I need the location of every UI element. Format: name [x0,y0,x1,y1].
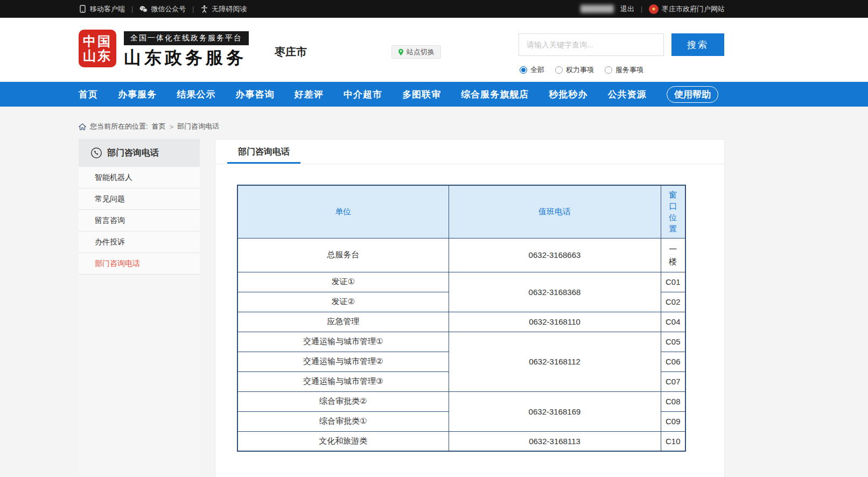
phone-cell: 0632-3168663 [449,238,661,272]
nav-item-6[interactable]: 多图联审 [402,88,441,101]
sidebar-item[interactable]: 办件投诉 [79,232,200,253]
content-area: 部门咨询电话 智能机器人常见问题留言咨询办件投诉部门咨询电话 部门咨询电话 单位… [79,139,725,477]
nav-item-8[interactable]: 秒批秒办 [549,88,588,101]
filter-label: 全部 [530,65,544,75]
search-button[interactable]: 搜索 [671,33,724,56]
username-redacted [580,5,614,13]
nav-item-1[interactable]: 办事服务 [118,88,157,101]
nav-item-5[interactable]: 中介超市 [344,88,382,101]
site-switch-button[interactable]: 站点切换 [391,45,441,59]
tab-strip: 部门咨询电话 [215,139,724,164]
nav-help-button[interactable]: 使用帮助 [667,86,718,103]
breadcrumb-home-link[interactable]: 首页 [152,122,166,131]
accessibility-icon [200,5,208,13]
window-position-cell: C05 [661,332,685,352]
home-icon [79,123,86,130]
unit-cell: 交通运输与城市管理① [237,332,449,352]
topbar-divider: | [641,5,642,13]
breadcrumb-separator: > [170,123,174,131]
nav-item-0[interactable]: 首页 [79,88,98,101]
radio-icon [605,66,612,74]
table-row: 综合审批类②0632-3168169C08 [237,391,685,411]
table-row: 文化和旅游类0632-3168113C10 [237,431,685,451]
table-row: 应急管理0632-3168110C04 [237,312,685,332]
table-body: 总服务台0632-3168663一楼发证①0632-3168368C01发证②C… [237,238,685,451]
breadcrumb-current: 部门咨询电话 [177,122,219,131]
radio-icon [555,66,563,74]
unit-cell: 交通运输与城市管理② [237,352,449,371]
unit-cell: 综合审批类① [237,411,449,431]
window-position-cell: 一楼 [661,238,685,272]
seal-text: 中国山东 [82,34,113,63]
mobile-phone-icon [79,5,87,13]
site-switch-label: 站点切换 [407,47,435,57]
window-position-cell: C08 [661,391,685,411]
wechat-link[interactable]: 微信公众号 [139,4,186,14]
wechat-icon [139,5,148,13]
sidebar-item[interactable]: 智能机器人 [79,167,200,188]
sidebar-header-label: 部门咨询电话 [107,148,159,159]
phone-circle-icon [90,147,102,159]
national-emblem-icon: ★ [649,4,659,14]
table-container: 单位值班电话窗口位置 总服务台0632-3168663一楼发证①0632-316… [215,164,724,452]
wechat-label: 微信公众号 [151,4,186,14]
table-row: 交通运输与城市管理①0632-3168112C05 [237,332,685,352]
logout-link[interactable]: 退出 [620,4,634,14]
site-title: 山东政务服务 [124,48,249,67]
location-pin-icon [398,48,404,56]
brand-logo[interactable]: 中国山东 全国一体化在线政务服务平台 山东政务服务 [79,30,249,67]
filter-option-1[interactable]: 权力事项 [555,65,594,75]
topbar-divider: | [131,5,133,13]
portal-link[interactable]: ★ 枣庄市政府门户网站 [649,4,725,14]
search-input[interactable] [519,33,664,56]
unit-cell: 综合审批类② [237,391,449,411]
unit-cell: 交通运输与城市管理③ [237,371,449,391]
phone-cell: 0632-3168112 [449,332,661,391]
current-city-label: 枣庄市 [275,45,307,59]
sidebar-header: 部门咨询电话 [79,139,200,167]
site-header: 中国山东 全国一体化在线政务服务平台 山东政务服务 枣庄市 站点切换 搜索 全部… [0,18,868,82]
portal-label: 枣庄市政府门户网站 [662,4,725,14]
table-row: 总服务台0632-3168663一楼 [237,238,685,272]
nav-item-2[interactable]: 结果公示 [177,88,215,101]
accessibility-link[interactable]: 无障碍阅读 [200,4,247,14]
window-position-cell: C07 [661,371,685,391]
nav-item-4[interactable]: 好差评 [295,88,324,101]
breadcrumb: 您当前所在的位置: 首页 > 部门咨询电话 [79,122,725,131]
phone-cell: 0632-3168169 [449,391,661,431]
main-nav: 首页办事服务结果公示办事咨询好差评中介超市多图联审综合服务旗舰店秒批秒办公共资源… [0,82,868,107]
filter-option-2[interactable]: 服务事项 [605,65,643,75]
filter-option-0[interactable]: 全部 [520,65,544,75]
sidebar-item[interactable]: 常见问题 [79,188,200,210]
filter-label: 权力事项 [566,65,594,75]
nav-item-9[interactable]: 公共资源 [608,88,647,101]
column-header: 值班电话 [449,185,661,238]
table-row: 发证①0632-3168368C01 [237,272,685,292]
sidebar: 部门咨询电话 智能机器人常见问题留言咨询办件投诉部门咨询电话 [79,139,200,477]
window-position-cell: C02 [661,292,685,312]
window-position-cell: C10 [661,431,685,451]
sidebar-list: 智能机器人常见问题留言咨询办件投诉部门咨询电话 [79,167,200,275]
sidebar-item[interactable]: 部门咨询电话 [79,253,200,275]
filter-label: 服务事项 [615,65,643,75]
phone-table: 单位值班电话窗口位置 总服务台0632-3168663一楼发证①0632-316… [237,185,686,452]
nav-item-3[interactable]: 办事咨询 [236,88,275,101]
shandong-seal-logo: 中国山东 [79,30,116,67]
mobile-client-label: 移动客户端 [90,4,125,14]
phone-cell: 0632-3168110 [449,312,661,332]
table-header-row: 单位值班电话窗口位置 [237,185,685,238]
accessibility-label: 无障碍阅读 [212,4,247,14]
window-position-cell: C04 [661,312,685,332]
platform-badge: 全国一体化在线政务服务平台 [124,31,249,45]
window-position-cell: C09 [661,411,685,431]
mobile-client-link[interactable]: 移动客户端 [79,4,125,14]
column-header: 单位 [237,185,449,238]
unit-cell: 文化和旅游类 [237,431,449,451]
topbar: 移动客户端 | 微信公众号 | 无障碍阅读 退出 | ★ [0,0,868,18]
sidebar-item[interactable]: 留言咨询 [79,210,200,232]
nav-item-7[interactable]: 综合服务旗舰店 [461,88,529,101]
phone-cell: 0632-3168113 [449,431,661,451]
window-position-cell: C06 [661,352,685,371]
unit-cell: 发证① [237,272,449,292]
tab-department-phones[interactable]: 部门咨询电话 [227,139,300,164]
